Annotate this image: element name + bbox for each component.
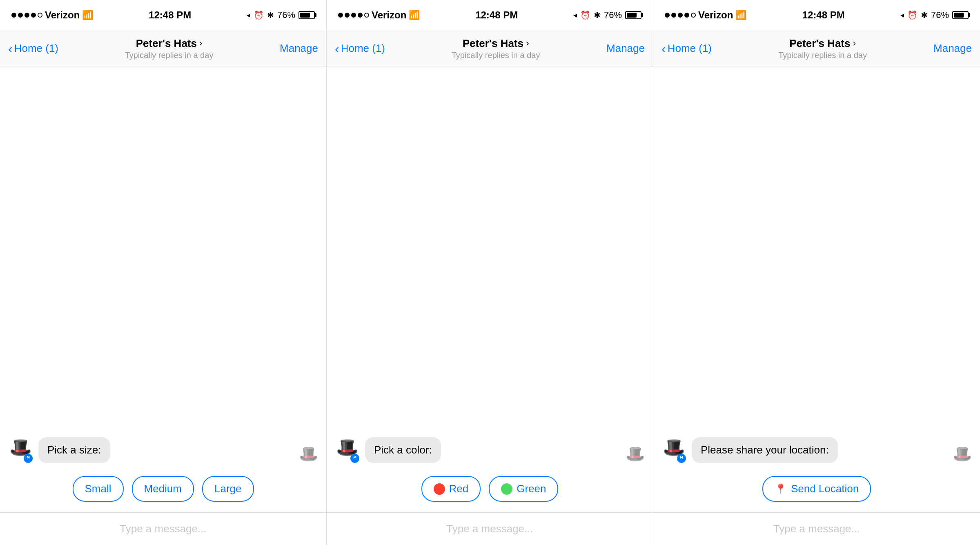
back-chevron-3: ‹ [662, 42, 666, 55]
manage-button-1[interactable]: Manage [280, 42, 318, 55]
manage-button-2[interactable]: Manage [606, 42, 645, 55]
message-row-3: 🎩 ᴹ Please share your location: 🎩 [662, 437, 972, 463]
page-title-3: Peter's Hats [789, 37, 850, 50]
screen-location: Verizon 📶 12:48 PM ◂ ⏰ ✱ 76% ‹ Home (1) … [653, 0, 980, 545]
dot3-1 [665, 13, 670, 18]
dot2 [18, 13, 23, 18]
input-placeholder-3[interactable]: Type a message... [773, 523, 860, 535]
title-chevron-3: › [853, 38, 855, 49]
time-3: 12:48 PM [802, 9, 845, 21]
dot3-4 [684, 13, 689, 18]
nav-title-row-2[interactable]: Peter's Hats › [463, 37, 529, 50]
qr-large-label: Large [214, 482, 242, 495]
status-left-3: Verizon 📶 [665, 9, 746, 21]
back-label-1: Home (1) [14, 42, 58, 55]
messenger-m-3: ᴹ [680, 455, 683, 462]
messenger-m-2: ᴹ [353, 455, 356, 462]
dot3-2 [671, 13, 676, 18]
avatar-2: 🎩 ᴹ [335, 438, 359, 463]
status-left-1: Verizon 📶 [11, 9, 93, 21]
nav-center-2: Peter's Hats › Typically replies in a da… [452, 37, 540, 60]
nav-title-row-3[interactable]: Peter's Hats › [789, 37, 856, 50]
wifi-icon-2: 📶 [409, 10, 420, 20]
qr-large[interactable]: Large [202, 476, 254, 502]
signal-3 [665, 13, 696, 18]
signal-1 [11, 13, 42, 18]
input-bar-2: Type a message... [327, 512, 653, 545]
battery-pct-2: 76% [604, 10, 622, 20]
battery-tip-1 [315, 13, 316, 17]
back-button-3[interactable]: ‹ Home (1) [662, 42, 712, 55]
quick-replies-2: Red Green [335, 476, 645, 502]
time-1: 12:48 PM [149, 9, 191, 21]
right-avatar-1: 🎩 [299, 445, 318, 463]
location-icon-2: ◂ [573, 11, 577, 20]
chat-area-3: 🎩 ᴹ Please share your location: 🎩 📍 Send… [653, 67, 980, 512]
battery-icon-3 [952, 11, 969, 19]
qr-send-location[interactable]: 📍 Send Location [762, 476, 871, 502]
title-chevron-2: › [526, 38, 529, 49]
status-bar-1: Verizon 📶 12:48 PM ◂ ⏰ ✱ 76% [0, 0, 326, 30]
signal-2 [338, 13, 369, 18]
qr-small[interactable]: Small [73, 476, 124, 502]
nav-subtitle-2: Typically replies in a day [452, 51, 540, 60]
battery-tip-2 [641, 13, 643, 17]
chat-area-2: 🎩 ᴹ Pick a color: 🎩 Red Green [327, 67, 653, 512]
screen-size: Verizon 📶 12:48 PM ◂ ⏰ ✱ 76% ‹ Home (1) … [0, 0, 327, 545]
status-right-1: ◂ ⏰ ✱ 76% [247, 10, 315, 20]
red-dot [434, 483, 445, 495]
wifi-icon-1: 📶 [82, 10, 93, 20]
input-bar-3: Type a message... [653, 512, 980, 545]
battery-fill-2 [627, 13, 637, 18]
dot1 [11, 13, 16, 18]
wifi-icon-3: 📶 [735, 10, 746, 20]
message-row-1: 🎩 ᴹ Pick a size: 🎩 [8, 437, 318, 463]
quick-replies-1: Small Medium Large [8, 476, 318, 502]
message-bubble-3: Please share your location: [692, 437, 838, 463]
input-placeholder-1[interactable]: Type a message... [120, 523, 206, 535]
avatar-3: 🎩 ᴹ [662, 438, 686, 463]
dot2-5 [364, 13, 369, 18]
battery-tip-3 [969, 13, 970, 17]
qr-red-label: Red [449, 482, 469, 495]
status-right-2: ◂ ⏰ ✱ 76% [573, 10, 641, 20]
nav-bar-3: ‹ Home (1) Peter's Hats › Typically repl… [653, 30, 980, 67]
status-bar-3: Verizon 📶 12:48 PM ◂ ⏰ ✱ 76% [653, 0, 980, 30]
carrier-2: Verizon [372, 9, 406, 21]
input-placeholder-2[interactable]: Type a message... [446, 523, 533, 535]
manage-button-3[interactable]: Manage [933, 42, 972, 55]
dot2-1 [338, 13, 343, 18]
right-hat-icon-3: 🎩 [953, 445, 972, 462]
battery-icon-1 [298, 11, 315, 19]
qr-green[interactable]: Green [489, 476, 558, 502]
input-bar-1: Type a message... [0, 512, 326, 545]
alarm-icon-2: ⏰ [580, 10, 590, 20]
dot4 [31, 13, 36, 18]
bluetooth-icon-2: ✱ [594, 10, 601, 20]
message-bubble-1: Pick a size: [38, 437, 110, 463]
status-bar-2: Verizon 📶 12:48 PM ◂ ⏰ ✱ 76% [327, 0, 653, 30]
nav-subtitle-1: Typically replies in a day [125, 51, 214, 60]
nav-center-3: Peter's Hats › Typically replies in a da… [778, 37, 867, 60]
back-button-2[interactable]: ‹ Home (1) [335, 42, 385, 55]
alarm-icon-3: ⏰ [907, 10, 918, 20]
messenger-badge-3: ᴹ [677, 454, 686, 463]
right-avatar-3: 🎩 [953, 445, 972, 463]
status-left-2: Verizon 📶 [338, 9, 420, 21]
messenger-m-1: ᴹ [27, 455, 30, 462]
location-icon-3: ◂ [900, 11, 904, 20]
nav-title-row-1[interactable]: Peter's Hats › [136, 37, 203, 50]
bluetooth-icon-1: ✱ [267, 10, 274, 20]
dot2-3 [351, 13, 356, 18]
back-button-1[interactable]: ‹ Home (1) [8, 42, 58, 55]
qr-red[interactable]: Red [421, 476, 481, 502]
carrier-3: Verizon [698, 9, 733, 21]
battery-fill-3 [954, 13, 964, 18]
qr-small-label: Small [85, 482, 111, 495]
carrier-1: Verizon [45, 9, 80, 21]
qr-location-label: Send Location [791, 482, 859, 495]
qr-medium[interactable]: Medium [132, 476, 194, 502]
status-right-3: ◂ ⏰ ✱ 76% [900, 10, 969, 20]
nav-center-1: Peter's Hats › Typically replies in a da… [125, 37, 214, 60]
battery-pct-3: 76% [931, 10, 949, 20]
